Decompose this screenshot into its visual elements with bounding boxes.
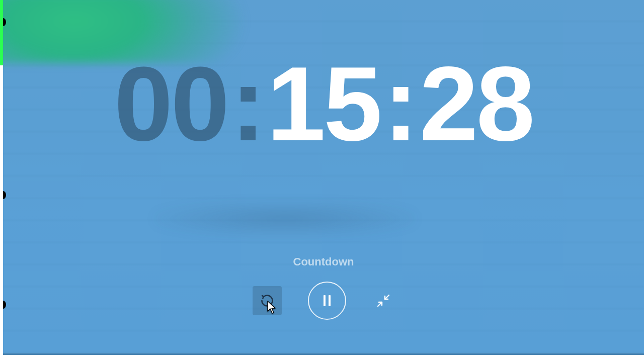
exit-fullscreen-button[interactable] [372, 290, 394, 312]
edge-artifact [3, 301, 6, 309]
timer-sep2: : [380, 51, 420, 157]
edge-artifact [3, 18, 6, 26]
collapse-icon [376, 293, 391, 308]
svg-line-2 [378, 302, 382, 306]
timer-sep1: : [227, 51, 267, 157]
controls-row [253, 282, 394, 320]
timer-app: 00 : 15 : 28 Countdown [3, 0, 644, 355]
background-blur-overlay [3, 0, 275, 63]
pause-icon [321, 294, 333, 307]
timer-display: 00 : 15 : 28 [3, 51, 644, 157]
timer-seconds: 28 [420, 51, 533, 157]
pause-button[interactable] [308, 282, 346, 320]
timer-hours: 00 [114, 51, 228, 157]
timer-minutes: 15 [267, 51, 380, 157]
reset-button[interactable] [253, 286, 282, 315]
reset-icon [260, 294, 274, 308]
svg-rect-1 [329, 295, 331, 306]
edge-artifact [3, 191, 6, 199]
window-bottom-shadow [3, 353, 644, 355]
svg-line-3 [385, 295, 389, 299]
timer-label: Countdown [3, 255, 644, 268]
svg-rect-0 [324, 295, 326, 306]
background-smear [154, 201, 416, 236]
